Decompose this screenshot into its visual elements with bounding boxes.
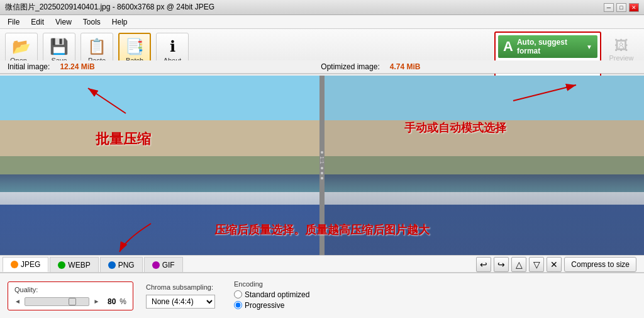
menu-tools[interactable]: Tools [78, 16, 106, 28]
left-image-panel: 批量压缩 [0, 76, 319, 255]
tab-jpeg-badge [11, 261, 18, 268]
quality-decrease-button[interactable]: ◄ [14, 298, 21, 305]
save-icon: 💾 [50, 38, 69, 55]
redo-button[interactable]: ↪ [494, 257, 509, 272]
quality-label: Quality: [14, 286, 126, 293]
menu-file[interactable]: File [3, 16, 25, 28]
divider-dot-4 [321, 177, 323, 179]
encoding-label: Encoding [234, 280, 335, 288]
bottom-panel: Quality: ◄ ► 80 % Chroma subsampling: No… [0, 273, 644, 318]
chroma-section: Chroma subsampling: None (4:4:4) [146, 283, 221, 309]
quality-row: ◄ ► 80 % [14, 297, 126, 306]
chroma-select[interactable]: None (4:4:4) [146, 295, 215, 309]
optimized-label: Optimized image: [321, 62, 379, 71]
quality-slider[interactable] [25, 297, 90, 306]
tab-gif[interactable]: GIF [144, 257, 183, 272]
about-icon: ℹ [170, 38, 175, 55]
encoding-progressive-row: Progressive [234, 301, 335, 310]
tab-png-badge [108, 261, 116, 269]
maximize-button[interactable]: □ [616, 3, 626, 12]
encoding-section: Encoding Standard optimized Progressive [234, 280, 335, 312]
tab-webp[interactable]: WEBP [50, 257, 98, 272]
encoding-standard-row: Standard optimized [234, 290, 335, 299]
encoding-progressive-radio[interactable] [234, 301, 242, 309]
format-tabs: JPEG WEBP PNG GIF ↩ ↪ △ ▽ ✕ Compress to … [0, 255, 644, 273]
optimized-value: 4.74 MiB [390, 62, 421, 71]
divider-dot-3 [321, 172, 323, 174]
statusbar: Initial image: 12.24 MiB Optimized image… [0, 60, 644, 74]
delete-button[interactable]: ✕ [547, 257, 562, 272]
undo-button[interactable]: ↩ [476, 257, 491, 272]
titlebar-controls: ─ □ ✕ [604, 3, 639, 12]
format-current-label: Auto, suggest format [517, 38, 586, 55]
quality-increase-button[interactable]: ► [93, 298, 99, 305]
initial-value: 12.24 MiB [60, 62, 94, 71]
titlebar-title: 微信图片_20250209140401.jpg - 8600x3768 px @… [5, 2, 214, 13]
encoding-standard-label[interactable]: Standard optimized [245, 290, 309, 299]
encoding-progressive-label[interactable]: Progressive [245, 301, 284, 310]
menu-edit[interactable]: Edit [26, 16, 49, 28]
quality-value: 80 [103, 297, 116, 306]
encoding-standard-radio[interactable] [234, 290, 242, 298]
panel-divider[interactable]: 1:1 [319, 76, 325, 255]
divider-dot [321, 151, 323, 154]
quality-thumb[interactable] [69, 298, 76, 305]
paste-icon: 📋 [87, 38, 106, 55]
tab-gif-badge [152, 261, 160, 269]
format-dropdown-header: A Auto, suggest format ▼ [498, 35, 597, 58]
preview-icon: 🖼 [614, 38, 628, 54]
menu-view[interactable]: View [50, 16, 77, 28]
tab-webp-badge [58, 261, 65, 269]
minimize-button[interactable]: ─ [604, 3, 614, 12]
format-current-letter: A [503, 38, 513, 55]
titlebar: 微信图片_20250209140401.jpg - 8600x3768 px @… [0, 0, 644, 15]
right-image [325, 76, 644, 255]
tab-png[interactable]: PNG [100, 257, 143, 272]
initial-label: Initial image: [8, 62, 50, 71]
menubar: File Edit View Tools Help [0, 15, 644, 29]
tab-jpeg[interactable]: JPEG [3, 257, 48, 272]
quality-pct: % [119, 297, 126, 306]
close-button[interactable]: ✕ [629, 3, 639, 12]
right-image-panel: 手动或自动模式选择 [325, 76, 644, 255]
compress-to-size-button[interactable]: Compress to size [564, 257, 636, 272]
left-image [0, 76, 319, 255]
divider-dot-2 [321, 167, 323, 169]
menu-help[interactable]: Help [107, 16, 133, 28]
dropdown-arrow-icon: ▼ [586, 43, 592, 50]
up-button[interactable]: △ [511, 257, 526, 272]
quality-section: Quality: ◄ ► 80 % [8, 281, 133, 310]
main-content: 批量压缩 1:1 手动或自动模式选择 [0, 76, 644, 255]
open-icon: 📂 [12, 38, 31, 55]
down-button[interactable]: ▽ [529, 257, 544, 272]
chroma-label: Chroma subsampling: [146, 283, 221, 291]
batch-icon: 📑 [125, 38, 144, 55]
